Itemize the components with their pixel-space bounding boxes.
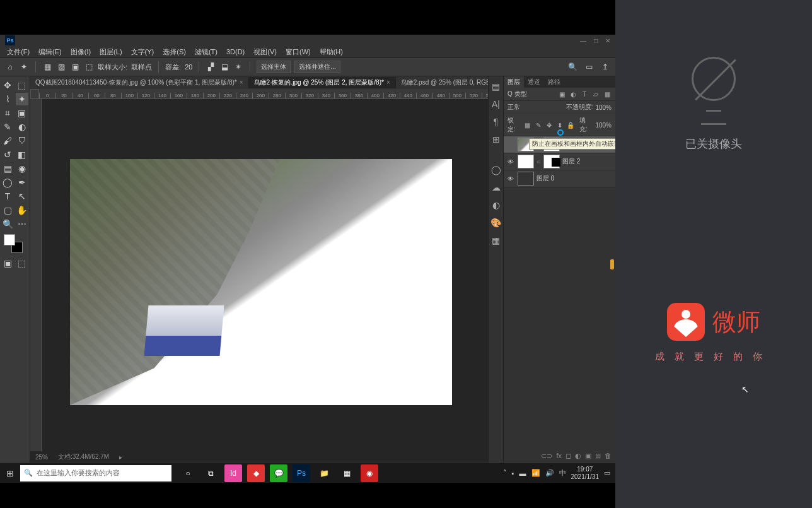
- select-and-mask-button[interactable]: 选择并遮住...: [294, 61, 340, 73]
- layer-fx-icon[interactable]: fx: [556, 452, 562, 459]
- quick-mask-icon[interactable]: ▣: [2, 257, 14, 269]
- canvas-viewport[interactable]: [42, 99, 488, 451]
- menu-window[interactable]: 窗口(W): [284, 47, 313, 57]
- menu-type[interactable]: 文字(Y): [129, 47, 156, 57]
- gradient-tool[interactable]: ▤: [1, 162, 14, 175]
- lock-position-icon[interactable]: ✥: [545, 121, 553, 129]
- filter-smart-icon[interactable]: ▦: [603, 90, 612, 98]
- menu-3d[interactable]: 3D(D): [224, 48, 246, 56]
- eyedropper-tool[interactable]: ✎: [1, 121, 14, 133]
- workspace-icon[interactable]: ▭: [584, 62, 594, 72]
- filter-shape-icon[interactable]: ▱: [591, 90, 600, 98]
- document-info[interactable]: 文档:32.4M/62.7M: [58, 452, 109, 461]
- start-button[interactable]: ⊞: [0, 468, 20, 478]
- layer-mask-icon[interactable]: ◻: [566, 452, 571, 460]
- battery-icon[interactable]: ▬: [519, 470, 526, 477]
- fill-value[interactable]: 100%: [595, 122, 612, 129]
- taskview-icon[interactable]: ⧉: [202, 464, 219, 482]
- glyphs-panel-icon[interactable]: ⊞: [492, 134, 500, 145]
- lock-all-icon[interactable]: 🔒: [566, 121, 574, 129]
- taskbar-search[interactable]: 🔍 在这里输入你要搜索的内容: [20, 465, 171, 481]
- ime-indicator[interactable]: 中: [559, 468, 566, 478]
- cortana-icon[interactable]: ○: [179, 464, 197, 482]
- tab-layers[interactable]: 图层: [504, 76, 524, 88]
- vivaldi-icon[interactable]: ◆: [247, 464, 265, 482]
- document-canvas[interactable]: [70, 159, 452, 405]
- screen-mode-icon[interactable]: ⬚: [15, 257, 28, 269]
- wifi-icon[interactable]: 📶: [531, 469, 540, 477]
- paragraph-panel-icon[interactable]: ¶: [494, 117, 499, 127]
- menu-filter[interactable]: 滤镜(T): [193, 47, 219, 57]
- indesign-icon[interactable]: Id: [224, 464, 242, 482]
- healing-tool[interactable]: ◐: [16, 121, 28, 133]
- tab-channels[interactable]: 通道: [524, 76, 544, 88]
- blend-mode-select[interactable]: 正常: [508, 103, 520, 112]
- adjustments-panel-icon[interactable]: ◐: [492, 200, 500, 210]
- minimize-button[interactable]: —: [580, 37, 586, 44]
- tolerance-value[interactable]: 20: [185, 63, 192, 71]
- filter-type-icon[interactable]: T: [580, 90, 589, 98]
- close-icon[interactable]: ×: [386, 79, 390, 86]
- select-subject-button[interactable]: 选择主体: [257, 61, 291, 73]
- new-layer-icon[interactable]: ⊞: [595, 452, 601, 460]
- menu-view[interactable]: 视图(V): [252, 47, 279, 57]
- sample-layers-icon[interactable]: ✶: [233, 62, 243, 72]
- menu-image[interactable]: 图像(I): [69, 47, 93, 57]
- layer-name[interactable]: 图层 2: [562, 157, 580, 166]
- close-icon[interactable]: ×: [240, 79, 243, 86]
- stamp-tool[interactable]: ⛉: [16, 134, 28, 147]
- move-tool[interactable]: ✥: [1, 79, 14, 92]
- tool-preset-icon[interactable]: ✦: [19, 62, 29, 72]
- antialias-icon[interactable]: ▞: [206, 62, 216, 72]
- sample-current-icon[interactable]: ▣: [70, 62, 80, 72]
- doc-tab-2[interactable]: 鸟瞰2-恢复的.jpg @ 25% (图层 2, 图层蒙版/8)*×: [249, 77, 396, 88]
- search-icon[interactable]: 🔍: [567, 62, 577, 72]
- lock-transparent-icon[interactable]: ▦: [523, 121, 531, 129]
- layer-row-2[interactable]: 👁 ⊂ 图层 2: [504, 153, 615, 170]
- layer-row-3[interactable]: 👁 图层 0: [504, 170, 615, 187]
- edit-toolbar[interactable]: ⋯: [16, 218, 28, 230]
- maximize-button[interactable]: □: [594, 37, 598, 44]
- shape-tool[interactable]: ▢: [1, 204, 14, 216]
- color-panel-icon[interactable]: 🎨: [490, 218, 501, 228]
- character-panel-icon[interactable]: A|: [492, 99, 500, 109]
- menu-layer[interactable]: 图层(L): [98, 47, 124, 57]
- wechat-icon[interactable]: 💬: [270, 464, 287, 482]
- blur-tool[interactable]: ◉: [16, 162, 28, 175]
- eraser-tool[interactable]: ◧: [16, 148, 28, 161]
- visibility-toggle[interactable]: 👁: [506, 158, 515, 165]
- menu-select[interactable]: 选择(S): [161, 47, 188, 57]
- filter-adjust-icon[interactable]: ◐: [569, 90, 577, 98]
- group-icon[interactable]: ▣: [585, 452, 591, 460]
- lock-artboard-icon[interactable]: ⬍: [555, 121, 564, 129]
- history-panel-icon[interactable]: ▤: [492, 81, 500, 92]
- layer-thumbnail[interactable]: [518, 155, 534, 168]
- menu-file[interactable]: 文件(F): [5, 47, 32, 57]
- lasso-tool[interactable]: ⌇: [1, 93, 14, 105]
- tray-app-icon[interactable]: ▪: [512, 470, 514, 477]
- notifications-icon[interactable]: ▭: [604, 469, 610, 477]
- mask-thumbnail[interactable]: [543, 155, 560, 168]
- doc-tab-1[interactable]: QQ截图20180404113450-恢复的.jpg @ 100% (色彩平衡 …: [30, 77, 249, 88]
- brush-tool[interactable]: 🖌: [1, 134, 14, 147]
- app2-icon[interactable]: ◉: [361, 464, 378, 482]
- filter-pixel-icon[interactable]: ▣: [557, 90, 566, 98]
- hand-tool[interactable]: ✋: [16, 204, 28, 216]
- type-tool[interactable]: T: [1, 190, 14, 203]
- opacity-value[interactable]: 100%: [595, 104, 612, 111]
- menu-help[interactable]: 帮助(H): [318, 47, 345, 57]
- delete-layer-icon[interactable]: 🗑: [605, 452, 612, 459]
- zoom-level[interactable]: 25%: [35, 454, 48, 461]
- new-layer-icon[interactable]: ▦: [42, 62, 52, 72]
- marquee-tool[interactable]: ⬚: [16, 79, 28, 92]
- lock-pixels-icon[interactable]: ✎: [534, 121, 542, 129]
- layer-name[interactable]: 图层 0: [536, 174, 554, 183]
- sample-all-icon[interactable]: ▨: [56, 62, 66, 72]
- app-icon[interactable]: ▦: [338, 464, 356, 482]
- tab-paths[interactable]: 路径: [544, 76, 564, 88]
- status-arrow-icon[interactable]: ▸: [119, 454, 122, 461]
- share-icon[interactable]: ↥: [600, 62, 610, 72]
- show-sampling-icon[interactable]: ⬚: [84, 62, 94, 72]
- taskbar-clock[interactable]: 19:07 2021/1/31: [571, 466, 600, 481]
- ruler-origin[interactable]: [30, 89, 39, 99]
